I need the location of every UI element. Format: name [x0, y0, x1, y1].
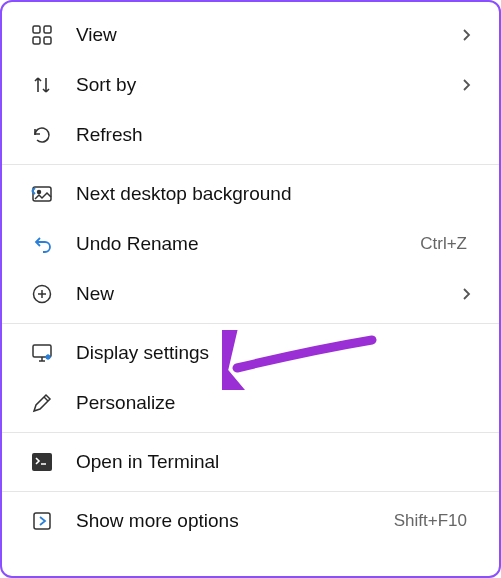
menu-item-label: Personalize: [76, 392, 475, 414]
svg-point-5: [38, 191, 41, 194]
menu-item-next-background[interactable]: Next desktop background: [2, 169, 499, 219]
menu-shortcut: Ctrl+Z: [420, 234, 467, 254]
menu-separator: [2, 432, 499, 433]
menu-shortcut: Shift+F10: [394, 511, 467, 531]
desktop-context-menu: View Sort by Refresh: [0, 0, 501, 578]
svg-rect-0: [33, 26, 40, 33]
terminal-icon: [30, 450, 54, 474]
menu-item-label: Sort by: [76, 74, 461, 96]
chevron-right-icon: [461, 287, 475, 301]
chevron-right-icon: [461, 28, 475, 42]
menu-item-undo-rename[interactable]: Undo Rename Ctrl+Z: [2, 219, 499, 269]
menu-separator: [2, 323, 499, 324]
menu-separator: [2, 491, 499, 492]
menu-item-label: Next desktop background: [76, 183, 475, 205]
sort-icon: [30, 73, 54, 97]
menu-item-label: Display settings: [76, 342, 475, 364]
chevron-right-icon: [461, 78, 475, 92]
menu-item-label: View: [76, 24, 461, 46]
more-options-icon: [30, 509, 54, 533]
menu-item-label: New: [76, 283, 461, 305]
svg-rect-2: [33, 37, 40, 44]
menu-item-show-more[interactable]: Show more options Shift+F10: [2, 496, 499, 546]
menu-item-open-terminal[interactable]: Open in Terminal: [2, 437, 499, 487]
paint-icon: [30, 391, 54, 415]
menu-item-sort-by[interactable]: Sort by: [2, 60, 499, 110]
menu-item-personalize[interactable]: Personalize: [2, 378, 499, 428]
menu-item-new[interactable]: New: [2, 269, 499, 319]
menu-item-view[interactable]: View: [2, 10, 499, 60]
grid-icon: [30, 23, 54, 47]
menu-item-label: Open in Terminal: [76, 451, 475, 473]
undo-icon: [30, 232, 54, 256]
image-next-icon: [30, 182, 54, 206]
plus-circle-icon: [30, 282, 54, 306]
svg-rect-9: [32, 453, 52, 471]
menu-item-label: Undo Rename: [76, 233, 420, 255]
menu-item-label: Show more options: [76, 510, 394, 532]
refresh-icon: [30, 123, 54, 147]
menu-item-refresh[interactable]: Refresh: [2, 110, 499, 160]
svg-rect-1: [44, 26, 51, 33]
svg-rect-3: [44, 37, 51, 44]
menu-separator: [2, 164, 499, 165]
menu-item-display-settings[interactable]: Display settings: [2, 328, 499, 378]
display-icon: [30, 341, 54, 365]
svg-rect-10: [34, 513, 50, 529]
menu-item-label: Refresh: [76, 124, 475, 146]
